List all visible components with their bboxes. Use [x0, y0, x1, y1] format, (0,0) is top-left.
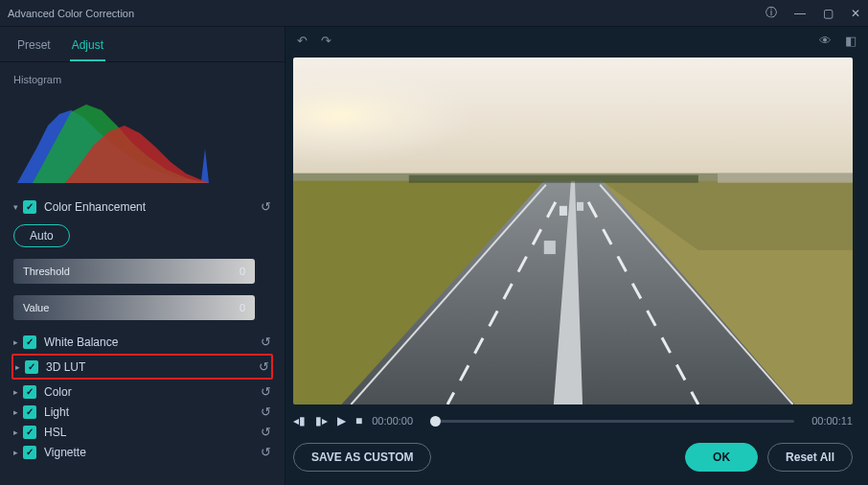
chevron-down-icon[interactable]: ▾	[13, 202, 23, 212]
reset-icon[interactable]: ↺	[261, 425, 271, 439]
svg-rect-13	[560, 206, 567, 216]
section-3d-lut: 3D LUT	[46, 360, 259, 374]
timeline-track[interactable]	[430, 420, 794, 423]
tab-preset[interactable]: Preset	[15, 35, 53, 61]
sidebar: Preset Adjust Histogram ▾ ✓ Color Enhanc…	[0, 27, 286, 485]
reset-all-button[interactable]: Reset All	[767, 443, 853, 472]
value-label: Value	[23, 302, 240, 313]
compare-icon[interactable]: ◧	[845, 34, 857, 48]
section-white-balance: White Balance	[44, 335, 261, 349]
timeline-thumb[interactable]	[430, 416, 441, 427]
chevron-right-icon[interactable]: ▸	[13, 337, 23, 347]
chevron-right-icon[interactable]: ▸	[13, 427, 23, 437]
checkbox-vignette[interactable]: ✓	[23, 446, 36, 459]
section-color-enhancement: Color Enhancement	[44, 200, 261, 214]
checkbox-hsl[interactable]: ✓	[23, 426, 36, 439]
auto-button[interactable]: Auto	[13, 224, 70, 247]
stop-icon[interactable]: ■	[355, 414, 362, 427]
reset-icon[interactable]: ↺	[261, 445, 271, 459]
svg-rect-16	[409, 175, 698, 183]
play-icon[interactable]: ▶	[337, 414, 346, 427]
undo-icon[interactable]: ↶	[297, 34, 308, 48]
save-as-custom-button[interactable]: SAVE AS CUSTOM	[293, 443, 431, 472]
eye-icon[interactable]: 👁	[819, 34, 832, 48]
checkbox-white-balance[interactable]: ✓	[23, 335, 36, 349]
checkbox-light[interactable]: ✓	[23, 405, 36, 419]
section-hsl: HSL	[44, 426, 261, 439]
reset-icon[interactable]: ↺	[261, 404, 271, 419]
svg-rect-17	[718, 173, 853, 183]
chevron-right-icon[interactable]: ▸	[15, 362, 25, 372]
video-preview	[293, 58, 853, 404]
checkbox-color[interactable]: ✓	[23, 385, 36, 399]
prev-frame-icon[interactable]: ◂▮	[293, 414, 306, 427]
threshold-slider[interactable]: Threshold 0	[13, 259, 255, 284]
checkbox-3d-lut[interactable]: ✓	[25, 360, 38, 374]
ok-button[interactable]: OK	[685, 443, 758, 472]
value-value: 0	[240, 302, 245, 313]
threshold-value: 0	[240, 266, 245, 277]
chevron-right-icon[interactable]: ▸	[13, 448, 23, 457]
reset-icon[interactable]: ↺	[261, 335, 271, 349]
reset-icon[interactable]: ↺	[261, 199, 271, 214]
svg-rect-15	[544, 241, 556, 254]
value-slider[interactable]: Value 0	[13, 295, 255, 320]
redo-icon[interactable]: ↷	[321, 34, 331, 48]
chevron-right-icon[interactable]: ▸	[13, 407, 23, 417]
tab-adjust[interactable]: Adjust	[70, 35, 105, 61]
threshold-label: Threshold	[23, 266, 240, 277]
reset-icon[interactable]: ↺	[259, 359, 269, 374]
close-icon[interactable]: ✕	[851, 7, 860, 20]
help-icon[interactable]: ⓘ	[765, 5, 777, 21]
svg-rect-14	[577, 202, 583, 211]
reset-icon[interactable]: ↺	[261, 384, 271, 399]
section-vignette: Vignette	[44, 446, 261, 459]
maximize-icon[interactable]: ▢	[823, 7, 834, 20]
time-current: 00:00:00	[372, 415, 413, 427]
section-light: Light	[44, 405, 261, 419]
chevron-right-icon[interactable]: ▸	[13, 387, 23, 397]
window-title: Advanced Color Correction	[8, 8, 765, 19]
checkbox-color-enhancement[interactable]: ✓	[23, 200, 36, 214]
time-total: 00:00:11	[811, 415, 853, 427]
step-back-icon[interactable]: ▮▸	[315, 414, 328, 427]
section-color: Color	[44, 385, 261, 399]
minimize-icon[interactable]: —	[794, 7, 806, 20]
histogram-chart	[13, 91, 224, 187]
histogram-label: Histogram	[13, 74, 271, 85]
